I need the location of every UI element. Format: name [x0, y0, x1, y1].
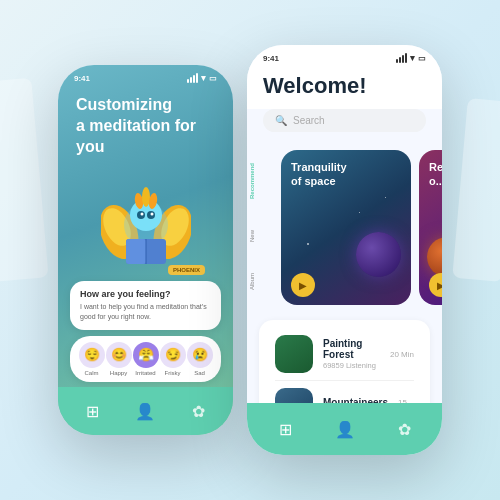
- tab-album[interactable]: Album: [249, 273, 255, 290]
- left-status-bar: 9:41 ▾ ▭: [58, 65, 233, 87]
- mood-frisky-icon: 😏: [160, 342, 186, 368]
- nav-lotus-icon-right[interactable]: ✿: [398, 420, 411, 439]
- list-title-forest: Painting Forest: [323, 338, 380, 360]
- mood-irritated-icon: 😤: [133, 342, 159, 368]
- play-btn-2[interactable]: ▶: [429, 273, 442, 297]
- mood-sad-icon: 😢: [187, 342, 213, 368]
- svg-point-12: [150, 213, 153, 216]
- cards-row: Tranquilityof space ▶ Relax o... ▶: [263, 142, 442, 312]
- mood-sad-label: Sad: [194, 370, 205, 376]
- right-status-bar: 9:41 ▾ ▭: [247, 45, 442, 67]
- chat-bubble: How are you feeling? I want to help you …: [70, 281, 221, 330]
- mood-happy-icon: 😊: [106, 342, 132, 368]
- left-phone: 9:41 ▾ ▭ Customizing a meditation for yo…: [58, 65, 233, 435]
- battery-icon: ▭: [209, 74, 217, 83]
- left-bottom-nav: ⊞ 👤 ✿: [58, 387, 233, 435]
- right-battery-icon: ▭: [418, 54, 426, 63]
- mood-calm-icon: 😌: [79, 342, 105, 368]
- right-time: 9:41: [263, 54, 279, 63]
- right-wifi-icon: ▾: [410, 53, 415, 63]
- list-info-forest: Painting Forest 69859 Listening: [323, 338, 380, 370]
- signal-icon: [187, 73, 198, 83]
- search-bar[interactable]: 🔍 Search: [263, 109, 426, 132]
- mood-sad[interactable]: 😢 Sad: [187, 342, 213, 376]
- card-relax-title: Relax o...: [429, 160, 442, 189]
- mood-irritated[interactable]: 😤 Irritated: [133, 342, 159, 376]
- search-placeholder: Search: [293, 115, 325, 126]
- search-icon: 🔍: [275, 115, 287, 126]
- tabs-vertical: Recommend New Album: [249, 142, 255, 312]
- play-btn-1[interactable]: ▶: [291, 273, 315, 297]
- planet-orange: [427, 237, 442, 277]
- mood-selector[interactable]: 😌 Calm 😊 Happy 😤 Irritated 😏 Frisky 😢 Sa…: [70, 336, 221, 382]
- card-tranquility-title: Tranquilityof space: [291, 160, 347, 189]
- mood-frisky-label: Frisky: [165, 370, 181, 376]
- svg-point-11: [140, 213, 143, 216]
- left-header: Customizing a meditation for you: [58, 87, 233, 167]
- svg-point-7: [142, 187, 150, 207]
- cards-area: Recommend New Album Tranquilityof space …: [247, 142, 442, 312]
- character-area: PHOENIX: [58, 167, 233, 277]
- nav-lotus-icon-left[interactable]: ✿: [192, 402, 205, 421]
- nav-person-icon-right[interactable]: 👤: [335, 420, 355, 439]
- chat-question: How are you feeling?: [80, 289, 211, 299]
- chat-description: I want to help you find a meditation tha…: [80, 302, 211, 322]
- nav-grid-icon-right[interactable]: ⊞: [279, 420, 292, 439]
- mood-calm[interactable]: 😌 Calm: [79, 342, 105, 376]
- welcome-title: Welcome!: [263, 73, 426, 99]
- left-time: 9:41: [74, 74, 90, 83]
- list-subtitle-forest: 69859 Listening: [323, 361, 380, 370]
- character-sprite: [101, 177, 191, 277]
- tab-new[interactable]: New: [249, 230, 255, 242]
- wifi-icon: ▾: [201, 73, 206, 83]
- left-status-icons: ▾ ▭: [187, 73, 217, 83]
- card-tranquility[interactable]: Tranquilityof space ▶: [281, 150, 411, 305]
- card-relax[interactable]: Relax o... ▶: [419, 150, 442, 305]
- svg-rect-14: [126, 239, 146, 264]
- left-title: Customizing a meditation for you: [76, 95, 215, 157]
- mood-frisky[interactable]: 😏 Frisky: [160, 342, 186, 376]
- right-phone: 9:41 ▾ ▭ Welcome! 🔍 Search Recommend: [247, 45, 442, 455]
- thumb-forest: [275, 335, 313, 373]
- mood-happy-label: Happy: [110, 370, 127, 376]
- list-duration-forest: 20 Min: [390, 350, 414, 359]
- nav-grid-icon-left[interactable]: ⊞: [86, 402, 99, 421]
- mood-calm-label: Calm: [84, 370, 98, 376]
- tab-recommend[interactable]: Recommend: [249, 163, 255, 199]
- welcome-header: Welcome!: [247, 67, 442, 109]
- nav-person-icon-left[interactable]: 👤: [135, 402, 155, 421]
- planet-purple: [356, 232, 401, 277]
- mood-irritated-label: Irritated: [135, 370, 155, 376]
- list-item-forest[interactable]: Painting Forest 69859 Listening 20 Min: [275, 328, 414, 381]
- mood-happy[interactable]: 😊 Happy: [106, 342, 132, 376]
- phoenix-label: PHOENIX: [168, 265, 205, 275]
- right-signal-icon: [396, 53, 407, 63]
- right-status-icons: ▾ ▭: [396, 53, 426, 63]
- phones-container: 9:41 ▾ ▭ Customizing a meditation for yo…: [58, 45, 442, 455]
- right-bottom-nav: ⊞ 👤 ✿: [247, 403, 442, 455]
